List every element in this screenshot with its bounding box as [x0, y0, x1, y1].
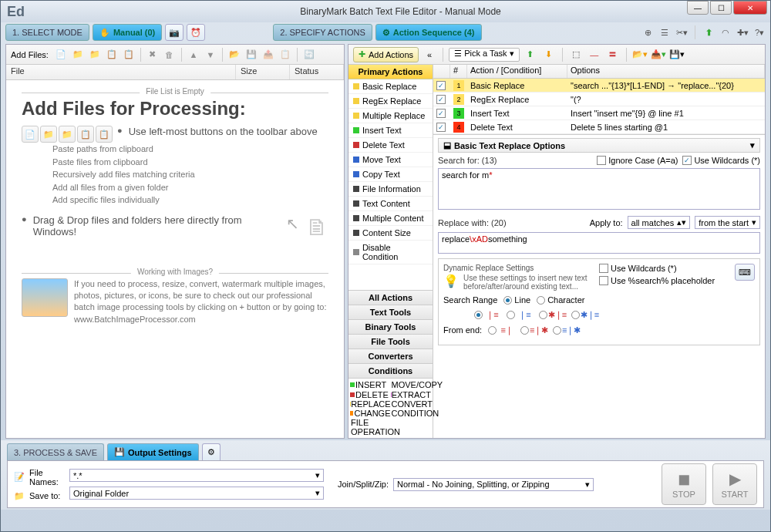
col-size[interactable]: Size — [236, 65, 290, 79]
action-item[interactable]: Multiple Replace — [348, 109, 433, 123]
action-category-tab[interactable]: Converters — [348, 348, 433, 363]
use-wildcards-checkbox[interactable]: ✓Use Wildcards (*) — [682, 156, 760, 165]
action-category-tab[interactable]: Binary Tools — [348, 319, 433, 334]
import-actions-icon[interactable]: 📥▾ — [651, 47, 666, 62]
seq-col-action[interactable]: Action / [Condition] — [467, 65, 567, 78]
remove-icon[interactable]: ✖ — [145, 47, 160, 62]
list-icon[interactable]: ☰ — [658, 26, 671, 39]
action-sequence-tab[interactable]: ⚙ Action Sequence (4) — [375, 24, 482, 41]
add-folder-icon[interactable]: 📁 — [70, 47, 86, 62]
add-recursive-icon[interactable]: 📁 — [87, 47, 103, 62]
clock-button[interactable]: ⏰ — [187, 24, 205, 41]
step2-button[interactable]: 2. SPECIFY ACTIONS — [273, 24, 372, 41]
settings-gear-button[interactable]: ⚙ — [202, 443, 221, 460]
sequence-row[interactable]: ✓3Insert TextInsert "insert me"{9} @ lin… — [433, 106, 765, 120]
seq-col-options[interactable]: Options — [567, 65, 765, 78]
seq-col-num[interactable]: # — [450, 65, 467, 78]
open-actions-icon[interactable]: 📂▾ — [632, 47, 648, 62]
col-status[interactable]: Status — [290, 65, 344, 79]
sequence-row[interactable]: ✓2RegEx Replace"(? — [433, 93, 765, 106]
action-item[interactable]: Disable Condition — [348, 241, 433, 264]
save-to-label: Save to: — [29, 491, 60, 500]
bulb-icon: 💡 — [443, 274, 459, 288]
clear-actions-icon[interactable]: 〓 — [605, 47, 621, 62]
action-item[interactable]: File Information — [348, 182, 433, 197]
open-icon[interactable]: 📂 — [227, 47, 242, 62]
save-to-input[interactable]: Original Folder▾ — [69, 487, 324, 500]
range-char-radio[interactable]: Character — [537, 295, 584, 305]
action-category-tab[interactable]: Conditions — [348, 363, 433, 378]
close-button[interactable]: ✕ — [733, 1, 767, 15]
remove-action-icon[interactable]: — — [587, 47, 602, 62]
clear-icon[interactable]: 🗑 — [162, 47, 177, 62]
move-up-icon[interactable]: ⬆ — [523, 47, 538, 62]
file-names-input[interactable]: *.*▾ — [69, 469, 324, 482]
action-item[interactable]: Basic Replace — [348, 79, 433, 94]
col-file[interactable]: File — [6, 65, 236, 79]
add-actions-button[interactable]: ✚ Add Actions — [353, 47, 419, 62]
up-arrow-icon[interactable]: ⬆ — [702, 26, 715, 39]
action-category-tab[interactable]: File Tools — [348, 334, 433, 348]
end-opt-1[interactable]: ≡❘ — [488, 325, 514, 335]
range-line-radio[interactable]: Line — [503, 295, 530, 305]
dyn-wildcards-checkbox[interactable]: Use Wildcards (*) — [599, 264, 730, 273]
minimize-button[interactable]: — — [687, 1, 709, 15]
export-icon[interactable]: 📤 — [261, 47, 276, 62]
paste-paths-icon[interactable]: 📋 — [121, 47, 136, 62]
camera-button[interactable]: 📷 — [165, 24, 183, 41]
sequence-row[interactable]: ✓1Basic Replace"search ..."{13}*[L1-END]… — [433, 79, 765, 93]
down-icon[interactable]: ▼ — [203, 47, 218, 62]
help-icon[interactable]: ?▾ — [753, 26, 766, 39]
apply-to-select[interactable]: all matches▴▾ — [628, 216, 691, 229]
add-file-icon[interactable]: 📄 — [53, 47, 69, 62]
toggle-icon[interactable]: ⬚ — [568, 47, 584, 62]
maximize-button[interactable]: ☐ — [710, 1, 732, 15]
action-item[interactable]: Move Text — [348, 153, 433, 167]
range-opt-2[interactable]: ❘≡ — [507, 309, 533, 320]
action-item[interactable]: Insert Text — [348, 123, 433, 138]
action-item[interactable]: Content Size — [348, 226, 433, 241]
ignore-case-checkbox[interactable]: Ignore Case (A=a) — [597, 156, 678, 165]
action-item[interactable]: Text Content — [348, 197, 433, 211]
replace-with-input[interactable]: replace\xADsomething — [438, 232, 760, 254]
sequence-row[interactable]: ✓4Delete TextDelete 5 lines starting @1 — [433, 120, 765, 134]
save-actions-icon[interactable]: 💾▾ — [669, 47, 685, 62]
dyn-search-checkbox[interactable]: Use %search% placeholder — [599, 276, 730, 285]
action-item[interactable]: Multiple Content — [348, 211, 433, 226]
range-opt-3[interactable]: ✱❘≡ — [539, 309, 565, 320]
action-category-tab[interactable]: Text Tools — [348, 305, 433, 319]
paste-files-icon[interactable]: 📋 — [104, 47, 120, 62]
save-list-icon[interactable]: 💾 — [244, 47, 259, 62]
from-select[interactable]: from the start▾ — [695, 216, 760, 229]
refresh-icon[interactable]: 🔄 — [301, 47, 317, 62]
join-select[interactable]: Normal - No Joining, Splitting, or Zippi… — [393, 478, 594, 491]
action-category-tab[interactable]: All Actions — [348, 290, 433, 305]
collapse-icon[interactable]: « — [422, 47, 437, 62]
range-opt-4[interactable]: ✱❘≡ — [571, 309, 598, 320]
action-item[interactable]: Delete Text — [348, 138, 433, 153]
empty-files-area[interactable]: File List is Empty Add Files for Process… — [6, 80, 344, 438]
step3-tab[interactable]: 3. PROCESS & SAVE — [7, 443, 104, 460]
search-for-input[interactable]: search for m* — [438, 168, 760, 210]
plus-icon[interactable]: ✚▾ — [736, 26, 749, 39]
pick-task-dropdown[interactable]: ☰ Pick a Task ▾ — [449, 48, 520, 62]
keyboard-icon[interactable]: ⌨ — [735, 264, 755, 281]
end-opt-2[interactable]: ≡❘✱ — [520, 325, 547, 335]
output-settings-tab[interactable]: 💾 Output Settings — [107, 443, 199, 460]
stop-button[interactable]: ◼ STOP — [662, 463, 706, 505]
end-opt-3[interactable]: ≡❘✱ — [553, 325, 579, 335]
action-item[interactable]: Copy Text — [348, 167, 433, 182]
wifi-icon[interactable]: ◠ — [719, 26, 732, 39]
globe-icon[interactable]: ⊕ — [641, 26, 654, 39]
action-category-tabs: All ActionsText ToolsBinary ToolsFile To… — [348, 290, 433, 378]
manual-tab[interactable]: ✋ Manual (0) — [93, 24, 162, 41]
action-item[interactable]: RegEx Replace — [348, 94, 433, 109]
dropdown-icon[interactable]: ▾ — [750, 140, 755, 150]
range-opt-1[interactable]: ❘≡ — [474, 309, 500, 320]
copy-icon[interactable]: 📋 — [278, 47, 293, 62]
move-down-icon[interactable]: ⬇ — [541, 47, 557, 62]
start-button[interactable]: ▶ START — [712, 463, 757, 505]
up-icon[interactable]: ▲ — [186, 47, 201, 62]
step1-button[interactable]: 1. SELECT MODE — [5, 24, 89, 41]
tools-icon[interactable]: ✂▾ — [675, 26, 688, 39]
